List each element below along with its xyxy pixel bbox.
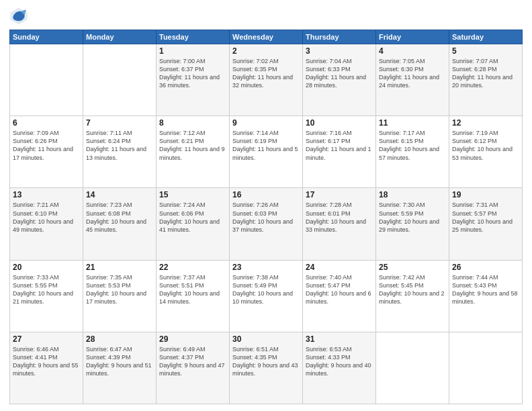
- calendar-cell: 8Sunrise: 7:12 AM Sunset: 6:21 PM Daylig…: [157, 116, 230, 188]
- calendar-cell: 18Sunrise: 7:30 AM Sunset: 5:59 PM Dayli…: [376, 188, 449, 260]
- calendar-header-row: SundayMondayTuesdayWednesdayThursdayFrid…: [10, 30, 523, 44]
- day-info: Sunrise: 7:38 AM Sunset: 5:49 PM Dayligh…: [232, 273, 300, 306]
- day-number: 30: [232, 334, 300, 344]
- calendar-cell: 30Sunrise: 6:51 AM Sunset: 4:35 PM Dayli…: [230, 332, 303, 404]
- calendar-header-friday: Friday: [376, 30, 449, 44]
- calendar-cell: 6Sunrise: 7:09 AM Sunset: 6:26 PM Daylig…: [10, 116, 83, 188]
- logo: [9, 7, 31, 26]
- day-number: 31: [306, 334, 373, 344]
- day-info: Sunrise: 7:37 AM Sunset: 5:51 PM Dayligh…: [159, 273, 226, 306]
- day-info: Sunrise: 7:07 AM Sunset: 6:28 PM Dayligh…: [452, 57, 519, 90]
- day-info: Sunrise: 7:17 AM Sunset: 6:15 PM Dayligh…: [379, 129, 446, 162]
- calendar-week-1: 1Sunrise: 7:00 AM Sunset: 6:37 PM Daylig…: [10, 44, 523, 116]
- calendar-header-sunday: Sunday: [10, 30, 83, 44]
- calendar-cell: 17Sunrise: 7:28 AM Sunset: 6:01 PM Dayli…: [303, 188, 376, 260]
- day-number: 21: [86, 263, 153, 272]
- calendar-cell: 26Sunrise: 7:44 AM Sunset: 5:43 PM Dayli…: [449, 260, 523, 332]
- day-number: 28: [86, 334, 153, 344]
- calendar-cell: 5Sunrise: 7:07 AM Sunset: 6:28 PM Daylig…: [449, 44, 523, 116]
- header: [9, 7, 523, 26]
- day-info: Sunrise: 7:24 AM Sunset: 6:06 PM Dayligh…: [159, 201, 226, 234]
- calendar-cell: 14Sunrise: 7:23 AM Sunset: 6:08 PM Dayli…: [83, 188, 157, 260]
- calendar-cell: 21Sunrise: 7:35 AM Sunset: 5:53 PM Dayli…: [83, 260, 157, 332]
- day-number: 11: [379, 118, 446, 128]
- calendar-week-3: 13Sunrise: 7:21 AM Sunset: 6:10 PM Dayli…: [10, 188, 523, 260]
- calendar-week-5: 27Sunrise: 6:46 AM Sunset: 4:41 PM Dayli…: [10, 332, 523, 404]
- day-number: 7: [86, 118, 153, 128]
- calendar-cell: 3Sunrise: 7:04 AM Sunset: 6:33 PM Daylig…: [303, 44, 376, 116]
- calendar-cell: 9Sunrise: 7:14 AM Sunset: 6:19 PM Daylig…: [230, 116, 303, 188]
- day-number: 12: [452, 118, 519, 128]
- day-number: 19: [452, 190, 519, 199]
- day-number: 13: [13, 190, 80, 199]
- day-number: 24: [306, 263, 373, 272]
- day-info: Sunrise: 7:42 AM Sunset: 5:45 PM Dayligh…: [379, 273, 446, 306]
- day-number: 4: [379, 46, 446, 56]
- day-info: Sunrise: 7:30 AM Sunset: 5:59 PM Dayligh…: [379, 201, 446, 234]
- day-info: Sunrise: 7:09 AM Sunset: 6:26 PM Dayligh…: [13, 129, 80, 162]
- calendar-cell: [449, 332, 523, 404]
- calendar-week-4: 20Sunrise: 7:33 AM Sunset: 5:55 PM Dayli…: [10, 260, 523, 332]
- calendar-cell: 31Sunrise: 6:53 AM Sunset: 4:33 PM Dayli…: [303, 332, 376, 404]
- calendar-cell: 2Sunrise: 7:02 AM Sunset: 6:35 PM Daylig…: [230, 44, 303, 116]
- calendar-cell: [83, 44, 157, 116]
- day-info: Sunrise: 6:49 AM Sunset: 4:37 PM Dayligh…: [159, 345, 226, 378]
- calendar-header-wednesday: Wednesday: [230, 30, 303, 44]
- day-info: Sunrise: 6:47 AM Sunset: 4:39 PM Dayligh…: [86, 345, 153, 378]
- day-info: Sunrise: 7:40 AM Sunset: 5:47 PM Dayligh…: [306, 273, 373, 306]
- calendar-header-thursday: Thursday: [303, 30, 376, 44]
- day-number: 15: [159, 190, 226, 199]
- day-number: 5: [452, 46, 519, 56]
- day-number: 22: [159, 263, 226, 272]
- day-number: 10: [306, 118, 373, 128]
- calendar-cell: 16Sunrise: 7:26 AM Sunset: 6:03 PM Dayli…: [230, 188, 303, 260]
- day-info: Sunrise: 7:35 AM Sunset: 5:53 PM Dayligh…: [86, 273, 153, 306]
- calendar-cell: 12Sunrise: 7:19 AM Sunset: 6:12 PM Dayli…: [449, 116, 523, 188]
- day-info: Sunrise: 7:19 AM Sunset: 6:12 PM Dayligh…: [452, 129, 519, 162]
- calendar-cell: 19Sunrise: 7:31 AM Sunset: 5:57 PM Dayli…: [449, 188, 523, 260]
- calendar-cell: 27Sunrise: 6:46 AM Sunset: 4:41 PM Dayli…: [10, 332, 83, 404]
- day-number: 14: [86, 190, 153, 199]
- day-number: 18: [379, 190, 446, 199]
- day-number: 1: [159, 46, 226, 56]
- day-info: Sunrise: 6:46 AM Sunset: 4:41 PM Dayligh…: [13, 345, 80, 378]
- calendar-cell: [376, 332, 449, 404]
- calendar-cell: 15Sunrise: 7:24 AM Sunset: 6:06 PM Dayli…: [157, 188, 230, 260]
- day-info: Sunrise: 7:21 AM Sunset: 6:10 PM Dayligh…: [13, 201, 80, 234]
- page: SundayMondayTuesdayWednesdayThursdayFrid…: [0, 0, 532, 411]
- day-info: Sunrise: 6:51 AM Sunset: 4:35 PM Dayligh…: [232, 345, 300, 378]
- calendar-cell: 28Sunrise: 6:47 AM Sunset: 4:39 PM Dayli…: [83, 332, 157, 404]
- day-info: Sunrise: 7:12 AM Sunset: 6:21 PM Dayligh…: [159, 129, 226, 162]
- day-info: Sunrise: 7:23 AM Sunset: 6:08 PM Dayligh…: [86, 201, 153, 234]
- calendar-cell: 11Sunrise: 7:17 AM Sunset: 6:15 PM Dayli…: [376, 116, 449, 188]
- day-info: Sunrise: 7:00 AM Sunset: 6:37 PM Dayligh…: [159, 57, 226, 90]
- day-number: 25: [379, 263, 446, 272]
- day-info: Sunrise: 7:05 AM Sunset: 6:30 PM Dayligh…: [379, 57, 446, 90]
- day-info: Sunrise: 7:04 AM Sunset: 6:33 PM Dayligh…: [306, 57, 373, 90]
- calendar-header-monday: Monday: [83, 30, 157, 44]
- calendar-cell: 10Sunrise: 7:16 AM Sunset: 6:17 PM Dayli…: [303, 116, 376, 188]
- day-info: Sunrise: 7:33 AM Sunset: 5:55 PM Dayligh…: [13, 273, 80, 306]
- day-number: 26: [452, 263, 519, 272]
- day-info: Sunrise: 7:02 AM Sunset: 6:35 PM Dayligh…: [232, 57, 300, 90]
- calendar-cell: 22Sunrise: 7:37 AM Sunset: 5:51 PM Dayli…: [157, 260, 230, 332]
- calendar-cell: 20Sunrise: 7:33 AM Sunset: 5:55 PM Dayli…: [10, 260, 83, 332]
- calendar-cell: [10, 44, 83, 116]
- day-number: 3: [306, 46, 373, 56]
- day-number: 27: [13, 334, 80, 344]
- calendar: SundayMondayTuesdayWednesdayThursdayFrid…: [9, 30, 523, 404]
- day-number: 20: [13, 263, 80, 272]
- day-number: 8: [159, 118, 226, 128]
- calendar-cell: 13Sunrise: 7:21 AM Sunset: 6:10 PM Dayli…: [10, 188, 83, 260]
- day-info: Sunrise: 7:11 AM Sunset: 6:24 PM Dayligh…: [86, 129, 153, 162]
- day-number: 16: [232, 190, 300, 199]
- day-info: Sunrise: 7:14 AM Sunset: 6:19 PM Dayligh…: [232, 129, 300, 162]
- day-info: Sunrise: 7:26 AM Sunset: 6:03 PM Dayligh…: [232, 201, 300, 234]
- calendar-header-tuesday: Tuesday: [157, 30, 230, 44]
- day-info: Sunrise: 6:53 AM Sunset: 4:33 PM Dayligh…: [306, 345, 373, 378]
- calendar-cell: 4Sunrise: 7:05 AM Sunset: 6:30 PM Daylig…: [376, 44, 449, 116]
- day-info: Sunrise: 7:44 AM Sunset: 5:43 PM Dayligh…: [452, 273, 519, 306]
- day-info: Sunrise: 7:16 AM Sunset: 6:17 PM Dayligh…: [306, 129, 373, 162]
- calendar-week-2: 6Sunrise: 7:09 AM Sunset: 6:26 PM Daylig…: [10, 116, 523, 188]
- day-number: 9: [232, 118, 300, 128]
